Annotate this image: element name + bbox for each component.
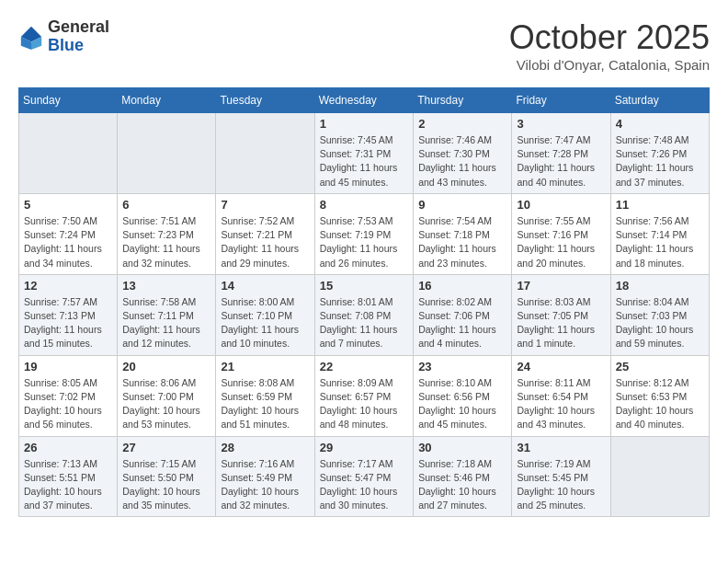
location-subtitle: Vilobi d'Onyar, Catalonia, Spain <box>509 57 710 73</box>
calendar-cell: 27Sunrise: 7:15 AM Sunset: 5:50 PM Dayli… <box>118 436 216 517</box>
day-number: 8 <box>320 198 408 212</box>
calendar-cell: 22Sunrise: 8:09 AM Sunset: 6:57 PM Dayli… <box>314 355 413 436</box>
day-number: 20 <box>122 360 210 373</box>
calendar-week-1: 5Sunrise: 7:50 AM Sunset: 7:24 PM Daylig… <box>19 193 710 274</box>
calendar-table: SundayMondayTuesdayWednesdayThursdayFrid… <box>18 87 710 517</box>
day-info: Sunrise: 7:48 AM Sunset: 7:26 PM Dayligh… <box>616 133 704 190</box>
day-info: Sunrise: 7:56 AM Sunset: 7:14 PM Dayligh… <box>616 214 704 270</box>
logo-icon <box>18 24 44 50</box>
calendar-cell <box>19 113 118 194</box>
calendar-cell: 25Sunrise: 8:12 AM Sunset: 6:53 PM Dayli… <box>610 355 709 436</box>
calendar-cell: 16Sunrise: 8:02 AM Sunset: 7:06 PM Dayli… <box>414 274 512 355</box>
calendar-cell: 15Sunrise: 8:01 AM Sunset: 7:08 PM Dayli… <box>314 274 413 355</box>
calendar-cell: 11Sunrise: 7:56 AM Sunset: 7:14 PM Dayli… <box>610 193 709 274</box>
day-number: 28 <box>221 441 309 454</box>
day-info: Sunrise: 8:03 AM Sunset: 7:05 PM Dayligh… <box>517 295 605 351</box>
day-number: 31 <box>517 441 605 454</box>
day-number: 29 <box>320 441 408 454</box>
day-number: 3 <box>517 117 605 131</box>
day-number: 12 <box>24 279 112 293</box>
day-info: Sunrise: 7:50 AM Sunset: 7:24 PM Dayligh… <box>24 214 112 270</box>
title-block: October 2025 Vilobi d'Onyar, Catalonia, … <box>509 18 710 73</box>
calendar-cell: 8Sunrise: 7:53 AM Sunset: 7:19 PM Daylig… <box>314 193 413 274</box>
day-number: 22 <box>320 360 408 373</box>
day-info: Sunrise: 8:10 AM Sunset: 6:56 PM Dayligh… <box>418 376 506 432</box>
day-number: 25 <box>616 360 704 373</box>
day-number: 24 <box>517 360 605 373</box>
day-info: Sunrise: 8:04 AM Sunset: 7:03 PM Dayligh… <box>616 295 704 351</box>
calendar-cell: 28Sunrise: 7:16 AM Sunset: 5:49 PM Dayli… <box>216 436 314 517</box>
day-number: 27 <box>122 441 210 454</box>
weekday-header-tuesday: Tuesday <box>216 88 314 113</box>
day-info: Sunrise: 7:13 AM Sunset: 5:51 PM Dayligh… <box>24 457 112 513</box>
day-info: Sunrise: 7:17 AM Sunset: 5:47 PM Dayligh… <box>320 457 408 513</box>
logo: General Blue <box>18 18 109 55</box>
day-info: Sunrise: 7:51 AM Sunset: 7:23 PM Dayligh… <box>122 214 210 270</box>
day-info: Sunrise: 7:15 AM Sunset: 5:50 PM Dayligh… <box>122 457 210 513</box>
logo-general: General <box>48 17 109 36</box>
day-number: 11 <box>616 198 704 212</box>
day-number: 16 <box>418 279 506 293</box>
weekday-header-monday: Monday <box>118 88 216 113</box>
calendar-cell: 17Sunrise: 8:03 AM Sunset: 7:05 PM Dayli… <box>512 274 610 355</box>
calendar-cell: 20Sunrise: 8:06 AM Sunset: 7:00 PM Dayli… <box>118 355 216 436</box>
calendar-cell: 5Sunrise: 7:50 AM Sunset: 7:24 PM Daylig… <box>19 193 118 274</box>
day-info: Sunrise: 8:08 AM Sunset: 6:59 PM Dayligh… <box>221 376 309 432</box>
day-info: Sunrise: 7:53 AM Sunset: 7:19 PM Dayligh… <box>320 214 408 270</box>
day-info: Sunrise: 8:05 AM Sunset: 7:02 PM Dayligh… <box>24 376 112 432</box>
day-info: Sunrise: 7:18 AM Sunset: 5:46 PM Dayligh… <box>418 457 506 513</box>
calendar-cell: 6Sunrise: 7:51 AM Sunset: 7:23 PM Daylig… <box>118 193 216 274</box>
calendar-cell <box>216 113 314 194</box>
logo-text: General Blue <box>48 18 109 55</box>
calendar-cell: 9Sunrise: 7:54 AM Sunset: 7:18 PM Daylig… <box>414 193 512 274</box>
day-info: Sunrise: 8:00 AM Sunset: 7:10 PM Dayligh… <box>221 295 309 351</box>
calendar-cell: 4Sunrise: 7:48 AM Sunset: 7:26 PM Daylig… <box>610 113 709 194</box>
day-info: Sunrise: 7:19 AM Sunset: 5:45 PM Dayligh… <box>517 457 605 513</box>
calendar-cell: 14Sunrise: 8:00 AM Sunset: 7:10 PM Dayli… <box>216 274 314 355</box>
calendar-cell: 19Sunrise: 8:05 AM Sunset: 7:02 PM Dayli… <box>19 355 118 436</box>
day-number: 30 <box>418 441 506 454</box>
calendar-cell: 3Sunrise: 7:47 AM Sunset: 7:28 PM Daylig… <box>512 113 610 194</box>
calendar-cell: 30Sunrise: 7:18 AM Sunset: 5:46 PM Dayli… <box>414 436 512 517</box>
day-info: Sunrise: 8:09 AM Sunset: 6:57 PM Dayligh… <box>320 376 408 432</box>
logo-blue: Blue <box>48 36 84 54</box>
calendar-cell: 24Sunrise: 8:11 AM Sunset: 6:54 PM Dayli… <box>512 355 610 436</box>
page-header: General Blue October 2025 Vilobi d'Onyar… <box>18 18 710 73</box>
calendar-cell: 18Sunrise: 8:04 AM Sunset: 7:03 PM Dayli… <box>610 274 709 355</box>
calendar-week-0: 1Sunrise: 7:45 AM Sunset: 7:31 PM Daylig… <box>19 113 710 194</box>
day-info: Sunrise: 8:06 AM Sunset: 7:00 PM Dayligh… <box>122 376 210 432</box>
day-number: 6 <box>122 198 210 212</box>
month-title: October 2025 <box>509 18 710 57</box>
day-number: 7 <box>221 198 309 212</box>
day-info: Sunrise: 7:54 AM Sunset: 7:18 PM Dayligh… <box>418 214 506 270</box>
calendar-cell <box>610 436 709 517</box>
day-number: 4 <box>616 117 704 131</box>
day-info: Sunrise: 8:01 AM Sunset: 7:08 PM Dayligh… <box>320 295 408 351</box>
day-number: 19 <box>24 360 112 373</box>
day-number: 2 <box>418 117 506 131</box>
calendar-cell: 29Sunrise: 7:17 AM Sunset: 5:47 PM Dayli… <box>314 436 413 517</box>
day-info: Sunrise: 8:11 AM Sunset: 6:54 PM Dayligh… <box>517 376 605 432</box>
weekday-header-saturday: Saturday <box>610 88 709 113</box>
day-info: Sunrise: 7:57 AM Sunset: 7:13 PM Dayligh… <box>24 295 112 351</box>
calendar-cell: 21Sunrise: 8:08 AM Sunset: 6:59 PM Dayli… <box>216 355 314 436</box>
weekday-header-thursday: Thursday <box>414 88 512 113</box>
day-info: Sunrise: 7:16 AM Sunset: 5:49 PM Dayligh… <box>221 457 309 513</box>
calendar-cell: 26Sunrise: 7:13 AM Sunset: 5:51 PM Dayli… <box>19 436 118 517</box>
day-number: 23 <box>418 360 506 373</box>
calendar-cell <box>118 113 216 194</box>
calendar-cell: 7Sunrise: 7:52 AM Sunset: 7:21 PM Daylig… <box>216 193 314 274</box>
calendar-cell: 1Sunrise: 7:45 AM Sunset: 7:31 PM Daylig… <box>314 113 413 194</box>
calendar-week-2: 12Sunrise: 7:57 AM Sunset: 7:13 PM Dayli… <box>19 274 710 355</box>
calendar-week-3: 19Sunrise: 8:05 AM Sunset: 7:02 PM Dayli… <box>19 355 710 436</box>
day-number: 1 <box>320 117 408 131</box>
day-number: 5 <box>24 198 112 212</box>
day-info: Sunrise: 7:45 AM Sunset: 7:31 PM Dayligh… <box>320 133 408 190</box>
calendar-cell: 31Sunrise: 7:19 AM Sunset: 5:45 PM Dayli… <box>512 436 610 517</box>
weekday-header-sunday: Sunday <box>19 88 118 113</box>
calendar-cell: 2Sunrise: 7:46 AM Sunset: 7:30 PM Daylig… <box>414 113 512 194</box>
day-number: 14 <box>221 279 309 293</box>
day-info: Sunrise: 7:58 AM Sunset: 7:11 PM Dayligh… <box>122 295 210 351</box>
weekday-header-friday: Friday <box>512 88 610 113</box>
day-number: 13 <box>122 279 210 293</box>
